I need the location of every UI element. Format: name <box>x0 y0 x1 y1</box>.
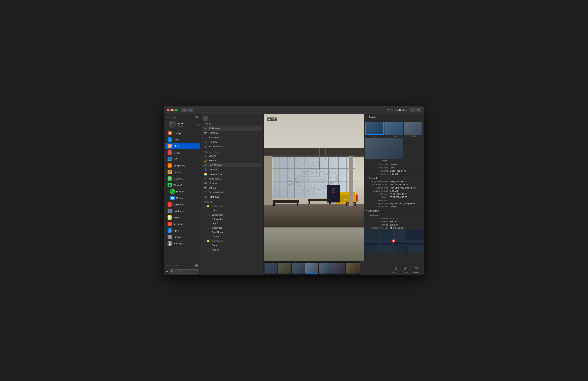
app-list: 📁 FileApp 🗂 Files 🌸 Photos 🎵 Music 📺 <box>164 129 201 263</box>
app-item-profiles[interactable]: ⚙ Profiles <box>165 234 200 240</box>
photos-panel: ‹ Library ⊞ All Photos 📷 Camera ♡ <box>201 114 264 275</box>
filmstrip-scroll-button[interactable]: ∨ <box>360 261 364 275</box>
app-item-phone[interactable]: ▶ 📞 Phone <box>165 188 200 195</box>
nav-item-live-photos[interactable]: ◎ Live Photos <box>202 163 262 167</box>
help-button[interactable]: ? <box>417 108 421 112</box>
info-row-orig-filename: Original file name: IMG_0987.HEIC <box>364 180 424 183</box>
my-albums-header[interactable]: ▼ 📁 My Albums <box>202 204 262 208</box>
album-item-canon[interactable]: □ Canon <box>202 234 262 239</box>
folder-icon: 📁 <box>207 205 210 208</box>
svg-rect-59 <box>394 246 406 253</box>
info-row-created: Created: 26.02.2020, 16:23 <box>364 192 424 196</box>
location-expand-icon[interactable]: ▼ <box>366 214 368 216</box>
whatsapp-icon: 📱 <box>168 183 172 187</box>
assets-expand-icon[interactable]: ▼ <box>366 116 368 118</box>
nav-item-bursts[interactable]: 📸 Bursts <box>202 185 262 190</box>
search-bar[interactable]: 🔍 Search <box>169 269 199 274</box>
advanced-section-header: ▶ Advanced: <box>364 208 424 213</box>
app-item-photos[interactable]: 🌸 Photos <box>165 143 200 149</box>
film-thumb-1[interactable] <box>265 263 277 273</box>
film-thumb-3[interactable] <box>292 263 305 273</box>
album-icon: □ <box>207 248 210 251</box>
film-thumb-2[interactable] <box>278 263 291 273</box>
info-row-exp-filename: Exported file name: IMG_005750.MOV <box>364 183 424 186</box>
app-item-music[interactable]: 🎵 Music <box>165 149 200 156</box>
main-area: LIVE <box>264 114 364 275</box>
album-item-snapchat[interactable]: □ Snapchat <box>202 226 262 230</box>
film-thumb-4[interactable] <box>305 263 318 273</box>
app-item-files[interactable]: 🗂 Files <box>165 136 200 143</box>
add-button[interactable]: + <box>166 270 168 273</box>
info-row-asset-type: Asset type: Current <box>364 163 424 166</box>
svg-rect-57 <box>364 246 378 253</box>
app-item-calendar[interactable]: 4 Calendar <box>165 201 200 208</box>
refresh-button[interactable]: ↻ <box>182 108 187 112</box>
info-row-longitude: Longitude: 6°8'18"N <box>364 220 424 223</box>
nav-item-timelapse[interactable]: ⏱ Time-lapse <box>202 176 262 181</box>
shared-albums-expand-icon[interactable]: ▼ <box>204 240 206 242</box>
app-item-notes[interactable]: 📝 Notes <box>165 214 200 221</box>
app-item-voicememo[interactable]: 🎙 Voice M... <box>165 221 200 227</box>
nav-item-portrait[interactable]: 👤 Portrait <box>202 167 262 172</box>
maximize-button[interactable] <box>175 109 178 112</box>
nav-item-slomo[interactable]: 🐌 Slo-mo <box>202 181 262 185</box>
advanced-expand-icon[interactable]: ▶ <box>366 210 368 212</box>
nav-item-recently-deleted[interactable]: 🗑 Recently Del. <box>202 144 262 149</box>
preview-button[interactable]: 👁 <box>188 108 193 112</box>
live-photos-icon: ◎ <box>204 164 207 166</box>
film-thumb-5[interactable] <box>319 263 332 273</box>
app-item-fileapp[interactable]: 📁 FileApp <box>165 130 200 136</box>
album-item-import[interactable]: □ Import <box>202 221 262 226</box>
device-entry[interactable]: ▼ 📱 G's Pro iPhone... ⛓ <box>164 120 201 129</box>
delete-button[interactable]: Delete <box>412 266 420 274</box>
map-area <box>364 229 424 253</box>
asset-thumb-original-1[interactable]: Original <box>404 122 422 137</box>
film-thumb-7[interactable] <box>346 263 359 273</box>
nav-item-screenshots[interactable]: 📱 Screenshots <box>202 190 262 194</box>
music-icon: 🎵 <box>168 150 172 155</box>
nav-item-hidden[interactable]: ◎ Hidden <box>202 140 262 144</box>
app-item-apps[interactable]: ⊞ Apps <box>165 227 200 234</box>
app-item-safari[interactable]: ▶ 🧭 Safari <box>165 195 200 201</box>
app-item-whatsapp[interactable]: 📱 WhatsA... <box>165 182 200 188</box>
my-albums-expand-icon[interactable]: ▼ <box>204 205 206 207</box>
arrows-button[interactable]: ⇔ <box>410 108 415 112</box>
svg-rect-60 <box>408 246 424 253</box>
app-item-ringtones[interactable]: 🔔 Ringtones <box>165 162 200 169</box>
import-button[interactable]: Import <box>401 266 410 274</box>
info-row-altitude-ref: Altitude reference: Above sea level <box>364 226 424 229</box>
app-item-tv[interactable]: 📺 TV <box>165 156 200 162</box>
app-item-messages[interactable]: 💬 Messag... <box>165 175 200 182</box>
app-item-books[interactable]: 📚 Books <box>165 169 200 175</box>
asset-thumb-original-2[interactable]: Original <box>365 138 403 161</box>
minimize-button[interactable] <box>171 109 174 112</box>
nav-item-selfies[interactable]: 🤳 Selfies <box>202 158 262 163</box>
album-icon: □ <box>207 209 210 212</box>
album-item-gaia[interactable]: □ Gaia <box>202 243 262 247</box>
shared-albums-header[interactable]: ▼ 📁 Shared Albu... <box>202 239 262 243</box>
back-button[interactable]: ‹ <box>203 116 208 121</box>
film-thumb-6[interactable] <box>332 263 345 273</box>
nav-item-videos[interactable]: ▶ Videos <box>202 154 262 158</box>
album-item-famille[interactable]: □ Famille <box>202 247 262 252</box>
album-item-vr180[interactable]: □ VR180 <box>202 208 262 213</box>
nav-item-favorites[interactable]: ♡ Favorites <box>202 135 262 140</box>
album-item-dji[interactable]: □ DJI Works <box>202 217 262 221</box>
asset-thumb-current-selected[interactable]: Current <box>365 122 384 137</box>
album-icon: □ <box>207 231 210 233</box>
close-button[interactable] <box>167 109 170 112</box>
device-chain-icon[interactable]: ⛓ <box>197 123 199 126</box>
nav-item-animated[interactable]: 🎞 Animated <box>202 194 262 199</box>
app-item-contacts[interactable]: 👤 Contacts <box>165 208 200 214</box>
asset-thumb-current-2[interactable]: Current <box>384 122 403 137</box>
album-item-whatsapp[interactable]: □ WhatsApp <box>202 213 262 217</box>
album-item-anni[interactable]: □ Anni Nonn... <box>202 230 262 234</box>
nav-item-all-photos[interactable]: ⊞ All Photos <box>202 126 262 131</box>
app-item-filesystem[interactable]: 💾 File Syst... <box>165 240 200 247</box>
nav-item-panoramas[interactable]: 🌅 Panoramas <box>202 172 262 176</box>
videos-icon: ▶ <box>204 155 207 157</box>
export-button[interactable]: Export <box>391 266 400 274</box>
general-expand-icon[interactable]: ▼ <box>366 177 368 179</box>
nav-item-camera[interactable]: 📷 Camera <box>202 131 262 135</box>
assets-grid: Current Current Original Original <box>364 120 424 163</box>
